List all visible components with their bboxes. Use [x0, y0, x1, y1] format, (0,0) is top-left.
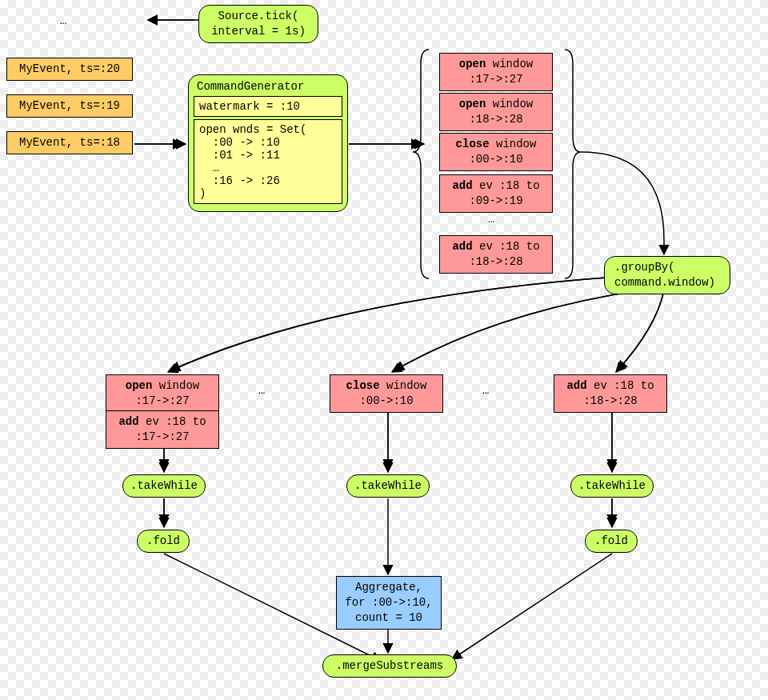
svg-line-19	[452, 554, 612, 659]
cmdgen-open-wnds: open wnds = Set( :00 -> :10 :01 -> :11 ……	[194, 119, 342, 204]
cmd-close-00-10: close window :00->:10	[439, 133, 553, 171]
groupby-line2: command.window)	[614, 276, 715, 289]
cmd-open-18-28: open window :18->:28	[439, 93, 553, 131]
event-18: MyEvent, ts=:18	[6, 131, 133, 154]
branch2-takewhile: .takeWhile	[346, 474, 430, 498]
groupby-node: .groupBy( command.window)	[604, 256, 730, 294]
cmd-add-09-19: add ev :18 to :09->:19	[439, 174, 553, 213]
cmd-add-18-28: add ev :18 to :18->:28	[439, 235, 553, 274]
event-20: MyEvent, ts=:20	[6, 58, 133, 81]
branch1-takewhile: .takeWhile	[122, 474, 206, 498]
branch3-fold: .fold	[585, 530, 638, 553]
branch1-add: add ev :18 to :17->:27	[106, 410, 219, 449]
command-generator-node: CommandGenerator watermark = :10 open wn…	[188, 74, 348, 212]
cmd-open-17-27: open window :17->:27	[439, 53, 553, 91]
ellipsis-branch-right: …	[482, 384, 490, 397]
source-line1: Source.tick(	[218, 10, 299, 22]
cmdgen-watermark: watermark = :10	[194, 96, 342, 117]
branch2-close: close window :00->:10	[330, 374, 443, 413]
ellipsis-cmds: …	[488, 213, 496, 226]
cmdgen-title: CommandGenerator	[194, 80, 342, 93]
source-line2: interval = 1s)	[211, 25, 306, 38]
ellipsis-branch-left: …	[258, 384, 266, 397]
merge-substreams-node: .mergeSubstreams	[322, 654, 457, 678]
event-19: MyEvent, ts=:19	[6, 94, 133, 118]
source-tick-node: Source.tick( interval = 1s)	[198, 5, 318, 43]
branch3-add: add ev :18 to :18->:28	[554, 374, 667, 413]
groupby-line1: .groupBy(	[614, 261, 675, 274]
branch3-takewhile: .takeWhile	[570, 474, 654, 498]
branch1-open: open window :17->:27	[106, 374, 219, 413]
aggregate-node: Aggregate, for :00->:10, count = 10	[336, 576, 442, 630]
branch1-fold: .fold	[137, 530, 190, 553]
ellipsis-top: …	[60, 14, 68, 27]
